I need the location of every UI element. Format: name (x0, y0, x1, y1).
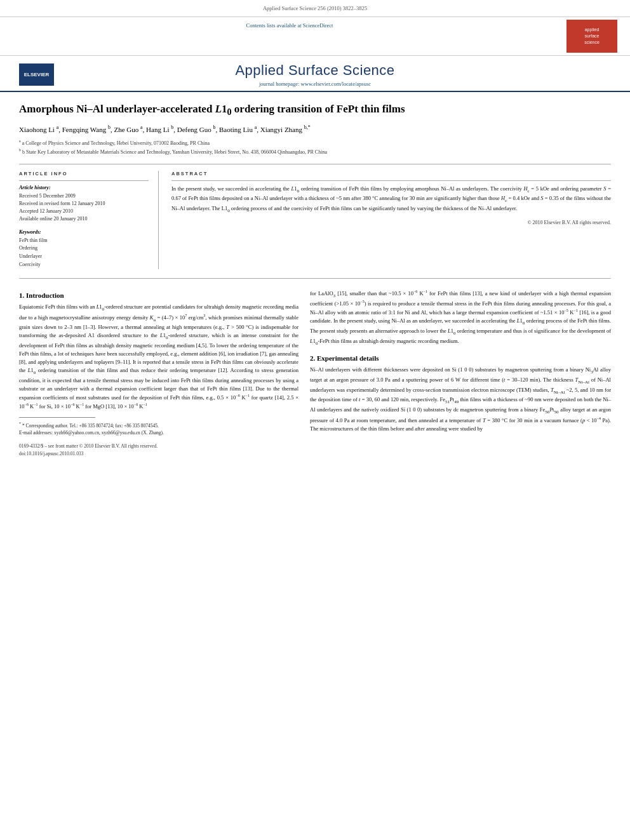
journal-citation: Applied Surface Science 256 (2010) 3822–… (13, 5, 617, 11)
affiliation-a: a College of Physics Science and Technol… (22, 140, 210, 146)
section1-heading: 1. Introduction (19, 291, 298, 299)
accepted-date: Accepted 12 January 2010 (19, 208, 149, 215)
journal-logo: applied surface science (566, 20, 617, 53)
revised-date: Received in revised form 12 January 2010 (19, 200, 149, 208)
copyright-text: © 2010 Elsevier B.V. All rights reserved… (171, 220, 611, 225)
article-title: Amorphous Ni–Al underlayer-accelerated L… (19, 102, 611, 119)
affiliation-b: b State Key Laboratory of Metastable Mat… (22, 149, 327, 155)
received-date: Received 5 December 2009 (19, 192, 149, 200)
body-left-col: 1. Introduction Equiatomic FePt thin fil… (19, 289, 298, 458)
elsevier-logo: ELSEVIER (19, 63, 54, 86)
elsevier-logo-img: ELSEVIER (19, 63, 54, 86)
sciencedirect-link[interactable]: Contents lists available at ScienceDirec… (13, 20, 566, 53)
abstract-text: In the present study, we succeeded in ac… (171, 185, 611, 215)
affiliations: a a College of Physics Science and Techn… (19, 138, 611, 156)
section1-right-text: for LaAlO3 [15], smaller than that ~10.5… (310, 289, 611, 347)
keyword-4: Coercivity (19, 261, 149, 269)
abstract-label: ABSTRACT (171, 171, 611, 177)
body-cols: 1. Introduction Equiatomic FePt thin fil… (19, 289, 611, 458)
footer: 0169-4332/$ – see front matter © 2010 El… (19, 443, 298, 458)
doi-line: doi:10.1016/j.apsusc.2010.01.033 (19, 450, 298, 458)
section2-heading: 2. Experimental details (310, 354, 611, 362)
journal-homepage[interactable]: journal homepage: www.elsevier.com/locat… (54, 81, 576, 87)
footnote-email: E-mail addresses: xyzh66@yahoo.com.cn, x… (19, 429, 298, 436)
info-divider (19, 180, 149, 181)
issn-line: 0169-4332/$ – see front matter © 2010 El… (19, 443, 298, 450)
footnote-divider (19, 417, 95, 418)
footnote-corresponding: * * Corresponding author. Tel.: +86 335 … (19, 421, 298, 429)
article-history: Received 5 December 2009 Received in rev… (19, 192, 149, 223)
keywords-label: Keywords: (19, 229, 149, 235)
online-date: Available online 20 January 2010 (19, 215, 149, 223)
page-wrapper: Applied Surface Science 256 (2010) 3822–… (0, 0, 630, 840)
keywords-list: FePt thin film Ordering Underlayer Coerc… (19, 237, 149, 269)
article-info-label: ARTICLE INFO (19, 171, 149, 177)
divider-1 (19, 164, 611, 164)
history-label: Article history: (19, 185, 149, 190)
logo-text: applied surface science (584, 27, 600, 45)
article-info-col: ARTICLE INFO Article history: Received 5… (19, 171, 159, 269)
journal-header: Applied Surface Science 256 (2010) 3822–… (0, 0, 630, 17)
keyword-2: Ordering (19, 244, 149, 253)
info-abstract-cols: ARTICLE INFO Article history: Received 5… (19, 171, 611, 269)
journal-title: Applied Surface Science (54, 62, 576, 79)
keyword-3: Underlayer (19, 253, 149, 261)
divider-2 (19, 278, 611, 279)
section2-text: Ni–Al underlayers with different thickne… (310, 366, 611, 432)
authors: Xiaohong Li a, Fengqing Wang b, Zhe Guo … (19, 124, 611, 135)
article-content: Amorphous Ni–Al underlayer-accelerated L… (0, 92, 630, 470)
body-right-col: for LaAlO3 [15], smaller than that ~10.5… (310, 289, 611, 458)
abstract-col: ABSTRACT In the present study, we succee… (171, 171, 611, 269)
section1-text: Equiatomic FePt thin films with an L10-o… (19, 303, 298, 411)
journal-title-block: ELSEVIER Applied Surface Science journal… (0, 56, 630, 92)
keyword-1: FePt thin film (19, 237, 149, 245)
abstract-divider (171, 180, 611, 181)
